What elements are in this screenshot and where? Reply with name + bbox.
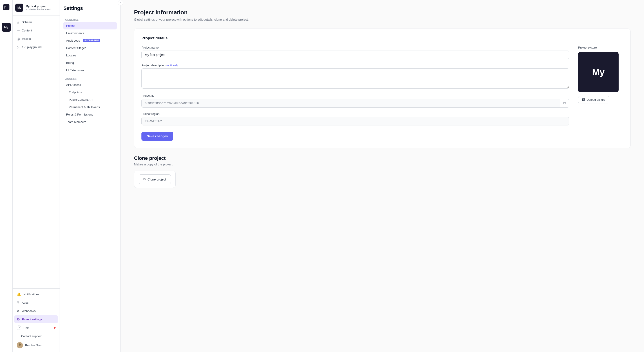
clone-project-button[interactable]: ⧉ Clone project [139, 174, 171, 184]
env-label: Master Environment [28, 8, 50, 11]
settings-item-billing[interactable]: Billing [64, 59, 117, 66]
enterprise-badge: ENTERPRISE [83, 39, 100, 42]
project-picture-preview: My [578, 52, 618, 92]
project-description-label: Project description(optional) [142, 64, 569, 67]
project-name-label: My first project [26, 4, 57, 8]
help-icon: ? [17, 326, 21, 330]
sidebar-item-schema-label: Schema [22, 20, 32, 24]
clone-project-title: Clone project [134, 155, 630, 161]
sidebar-item-api-playground[interactable]: ▷ API playground [14, 43, 58, 51]
settings-endpoints-label: Endpoints [69, 91, 82, 94]
save-changes-button[interactable]: Save changes [142, 132, 173, 141]
project-info[interactable]: My My first project ⤷ Master Environment [15, 3, 57, 12]
clone-icon: ⧉ [144, 177, 146, 181]
settings-api-access-label: API Access [66, 83, 81, 86]
page-subtitle: Global settings of your project with opt… [134, 18, 630, 21]
project-picture-label: Project picture [578, 46, 597, 49]
project-details-card: Project details Project name Project des… [134, 28, 630, 148]
more-options-icon[interactable]: ··· [4, 14, 8, 19]
settings-item-api-access[interactable]: API Access [64, 81, 117, 88]
settings-item-ui-extensions[interactable]: UI Extensions [64, 66, 117, 74]
app-logo: h [2, 3, 11, 12]
general-section-label: GENERAL [64, 17, 117, 22]
settings-item-content-stages[interactable]: Content Stages [64, 44, 117, 52]
sidebar-item-assets[interactable]: ◎ Assets [14, 35, 58, 43]
environment-tag: ⤷ Master Environment [26, 8, 57, 11]
sidebar-item-user[interactable]: Romina Soto [14, 340, 58, 350]
page-title: Project Information [134, 9, 630, 16]
svg-point-3 [19, 344, 21, 346]
clone-project-button-label: Clone project [148, 178, 166, 181]
project-details-left-col: Project name Project description(optiona… [142, 46, 569, 141]
project-region-group: Project region [142, 112, 569, 125]
settings-team-members-label: Team Members [66, 120, 86, 124]
content-icon: ✏ [17, 28, 20, 32]
user-name: Romina Soto [25, 344, 42, 347]
sidebar-item-apps[interactable]: ⊞ Apps [14, 299, 58, 307]
contact-support-icon: □ [17, 334, 19, 338]
sidebar-item-content[interactable]: ✏ Content [14, 26, 58, 34]
project-settings-label: Project settings [22, 318, 42, 321]
notifications-label: Notifications [24, 293, 39, 296]
project-description-textarea[interactable] [142, 68, 569, 88]
apps-label: Apps [22, 301, 28, 304]
project-name-env: My first project ⤷ Master Environment [26, 4, 57, 11]
settings-content-stages-label: Content Stages [66, 46, 86, 50]
main-nav: ⊞ Schema ✏ Content ◎ Assets ▷ API playgr… [12, 15, 60, 288]
svg-text:h: h [4, 5, 6, 9]
settings-item-environments[interactable]: Environments [64, 29, 117, 37]
help-label: Help [24, 326, 30, 330]
sidebar-item-contact-support[interactable]: □ Contact support [14, 332, 58, 340]
project-details-card-title: Project details [142, 36, 623, 40]
settings-item-locales[interactable]: Locales [64, 52, 117, 59]
settings-sidebar: Settings GENERAL Project Environments Au… [60, 0, 120, 352]
help-notification-badge [54, 327, 56, 329]
settings-item-public-content-api[interactable]: Public Content API [64, 96, 117, 103]
sidebar-item-help[interactable]: ? Help [14, 324, 58, 332]
sidebar-item-webhooks[interactable]: ↺ Webhooks [14, 307, 58, 315]
sidebar-item-schema[interactable]: ⊞ Schema [14, 18, 58, 26]
settings-roles-permissions-label: Roles & Permissions [66, 113, 93, 116]
clone-project-subtitle: Makes a copy of the project. [134, 163, 630, 166]
project-avatar[interactable]: My [2, 23, 11, 32]
optional-tag: (optional) [166, 64, 178, 67]
settings-public-content-api-label: Public Content API [69, 98, 93, 101]
project-avatar-small: My [15, 3, 24, 12]
settings-item-roles-permissions[interactable]: Roles & Permissions [64, 111, 117, 118]
sidebar-item-project-settings[interactable]: ⚙ Project settings [14, 315, 58, 323]
api-playground-icon: ▷ [17, 45, 19, 49]
project-name-label: Project name [142, 46, 569, 49]
settings-item-project[interactable]: Project [64, 22, 117, 29]
image-icon: 🖼 [582, 98, 585, 101]
assets-icon: ◎ [17, 37, 20, 41]
project-settings-icon: ⚙ [17, 317, 20, 322]
sidebar-item-notifications[interactable]: 🔔 Notifications [14, 290, 58, 298]
settings-item-team-members[interactable]: Team Members [64, 118, 117, 126]
icon-sidebar: h ··· My [0, 0, 12, 352]
notifications-icon: 🔔 [17, 292, 21, 297]
left-sidebar: My My first project ⤷ Master Environment… [12, 0, 60, 352]
access-section-label: ACCESS [64, 76, 117, 81]
clone-project-section: Clone project Makes a copy of the projec… [134, 155, 630, 195]
webhooks-label: Webhooks [22, 309, 36, 313]
settings-audit-logs-label: Audit Logs [66, 39, 80, 42]
apps-icon: ⊞ [17, 301, 20, 305]
upload-picture-button[interactable]: 🖼 Upload picture [578, 96, 609, 103]
sidebar-bottom-nav: 🔔 Notifications ⊞ Apps ↺ Webhooks ⚙ Proj… [12, 288, 60, 352]
sidebar-collapse-button[interactable]: « [118, 0, 123, 5]
project-id-input-group: ⧉ [142, 99, 569, 108]
project-picture-col: Project picture My 🖼 Upload picture [578, 46, 623, 141]
project-header: My My first project ⤷ Master Environment [12, 0, 60, 15]
upload-picture-label: Upload picture [587, 98, 606, 101]
contact-support-label: Contact support [21, 335, 42, 338]
project-description-group: Project description(optional) [142, 64, 569, 89]
settings-item-audit-logs[interactable]: Audit Logs ENTERPRISE [64, 37, 117, 44]
copy-id-button[interactable]: ⧉ [560, 99, 569, 108]
settings-item-permanent-auth-tokens[interactable]: Permanent Auth Tokens [64, 103, 117, 111]
clone-project-card: ⧉ Clone project [134, 171, 176, 188]
schema-icon: ⊞ [17, 20, 20, 24]
project-name-input[interactable] [142, 50, 569, 59]
settings-item-endpoints[interactable]: Endpoints [64, 88, 117, 96]
env-arrow-icon: ⤷ [26, 8, 28, 11]
project-id-group: Project ID ⧉ [142, 94, 569, 108]
